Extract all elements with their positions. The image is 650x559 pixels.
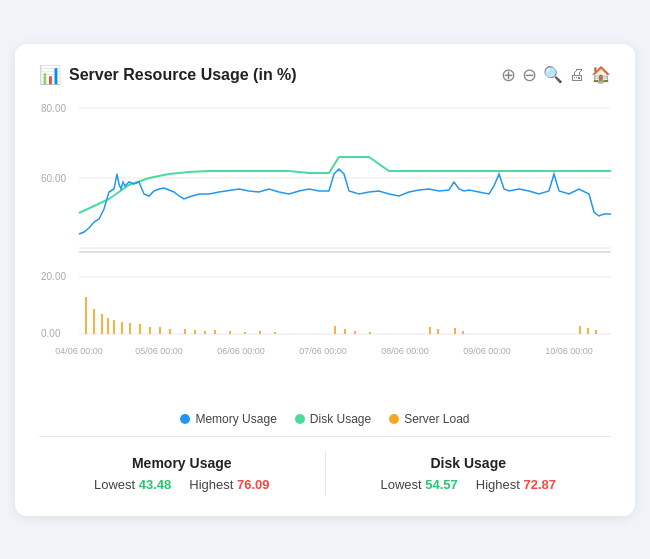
x-label-4: 07/06 00:00 xyxy=(299,346,347,356)
svg-rect-20 xyxy=(214,330,216,334)
legend-server-load: Server Load xyxy=(389,412,469,426)
svg-rect-7 xyxy=(93,309,95,334)
memory-highest: Highest 76.09 xyxy=(189,477,269,492)
disk-stats: Disk Usage Lowest 54.57 Highest 72.87 xyxy=(326,451,612,496)
svg-rect-8 xyxy=(101,314,103,334)
x-label-6: 09/06 00:00 xyxy=(463,346,511,356)
svg-rect-35 xyxy=(595,330,597,334)
disk-highest-label: Highest xyxy=(476,477,520,492)
svg-rect-19 xyxy=(204,331,206,334)
svg-rect-29 xyxy=(429,327,431,334)
legend-disk: Disk Usage xyxy=(295,412,371,426)
svg-rect-28 xyxy=(369,332,371,334)
dashboard-card: 📊 Server Resource Usage (in %) ⊕ ⊖ 🔍 🖨 🏠… xyxy=(15,44,635,516)
zoom-out-icon[interactable]: ⊖ xyxy=(522,64,537,86)
disk-stats-title: Disk Usage xyxy=(336,455,602,471)
svg-rect-14 xyxy=(149,327,151,334)
memory-lowest-value: 43.48 xyxy=(139,477,172,492)
legend-dot-server-load xyxy=(389,414,399,424)
title-row: 📊 Server Resource Usage (in %) xyxy=(39,64,297,86)
disk-highest-value: 72.87 xyxy=(524,477,557,492)
server-load-bars xyxy=(85,297,597,334)
svg-rect-22 xyxy=(244,332,246,334)
stats-row: Memory Usage Lowest 43.48 Highest 76.09 … xyxy=(39,436,611,496)
x-label-2: 05/06 00:00 xyxy=(135,346,183,356)
y-label-80: 80.00 xyxy=(41,103,66,114)
search-icon[interactable]: 🔍 xyxy=(543,65,563,84)
svg-rect-23 xyxy=(259,331,261,334)
print-icon[interactable]: 🖨 xyxy=(569,66,585,84)
legend-label-disk: Disk Usage xyxy=(310,412,371,426)
svg-rect-10 xyxy=(113,320,115,334)
x-label-1: 04/06 00:00 xyxy=(55,346,103,356)
card-title: Server Resource Usage (in %) xyxy=(69,66,297,84)
legend-label-memory: Memory Usage xyxy=(195,412,276,426)
chart-area: 80.00 60.00 20.00 0.00 xyxy=(39,94,611,404)
svg-rect-34 xyxy=(587,328,589,334)
svg-rect-21 xyxy=(229,331,231,334)
memory-highest-value: 76.09 xyxy=(237,477,270,492)
legend-label-server-load: Server Load xyxy=(404,412,469,426)
svg-rect-12 xyxy=(129,323,131,334)
main-chart-svg: 80.00 60.00 20.00 0.00 xyxy=(39,94,611,404)
disk-highest: Highest 72.87 xyxy=(476,477,556,492)
card-header: 📊 Server Resource Usage (in %) ⊕ ⊖ 🔍 🖨 🏠 xyxy=(39,64,611,86)
memory-stats-title: Memory Usage xyxy=(49,455,315,471)
svg-rect-24 xyxy=(274,332,276,334)
legend-dot-memory xyxy=(180,414,190,424)
svg-rect-16 xyxy=(169,329,171,334)
memory-stats-values: Lowest 43.48 Highest 76.09 xyxy=(49,477,315,492)
x-label-5: 08/06 00:00 xyxy=(381,346,429,356)
svg-rect-11 xyxy=(121,322,123,334)
svg-rect-9 xyxy=(107,318,109,334)
y-label-60: 60.00 xyxy=(41,173,66,184)
disk-usage-line xyxy=(79,157,611,213)
memory-lowest-label: Lowest xyxy=(94,477,135,492)
svg-rect-26 xyxy=(344,329,346,334)
bar-chart-icon: 📊 xyxy=(39,64,61,86)
y-label-0: 0.00 xyxy=(41,328,61,339)
svg-rect-17 xyxy=(184,329,186,334)
svg-rect-30 xyxy=(437,329,439,334)
y-label-20: 20.00 xyxy=(41,271,66,282)
disk-lowest-label: Lowest xyxy=(380,477,421,492)
svg-rect-15 xyxy=(159,327,161,334)
x-label-3: 06/06 00:00 xyxy=(217,346,265,356)
home-icon[interactable]: 🏠 xyxy=(591,65,611,84)
svg-rect-33 xyxy=(579,326,581,334)
disk-lowest: Lowest 54.57 xyxy=(380,477,457,492)
chart-legend: Memory Usage Disk Usage Server Load xyxy=(39,412,611,426)
memory-highest-label: Highest xyxy=(189,477,233,492)
svg-rect-18 xyxy=(194,330,196,334)
svg-rect-32 xyxy=(462,331,464,334)
svg-rect-6 xyxy=(85,297,87,334)
legend-dot-disk xyxy=(295,414,305,424)
svg-rect-13 xyxy=(139,324,141,334)
disk-lowest-value: 54.57 xyxy=(425,477,458,492)
toolbar: ⊕ ⊖ 🔍 🖨 🏠 xyxy=(501,64,611,86)
svg-rect-25 xyxy=(334,326,336,334)
x-label-7: 10/06 00:00 xyxy=(545,346,593,356)
svg-rect-31 xyxy=(454,328,456,334)
zoom-in-icon[interactable]: ⊕ xyxy=(501,64,516,86)
disk-stats-values: Lowest 54.57 Highest 72.87 xyxy=(336,477,602,492)
legend-memory: Memory Usage xyxy=(180,412,276,426)
memory-lowest: Lowest 43.48 xyxy=(94,477,171,492)
memory-usage-line xyxy=(79,169,611,234)
svg-rect-27 xyxy=(354,331,356,334)
memory-stats: Memory Usage Lowest 43.48 Highest 76.09 xyxy=(39,451,326,496)
